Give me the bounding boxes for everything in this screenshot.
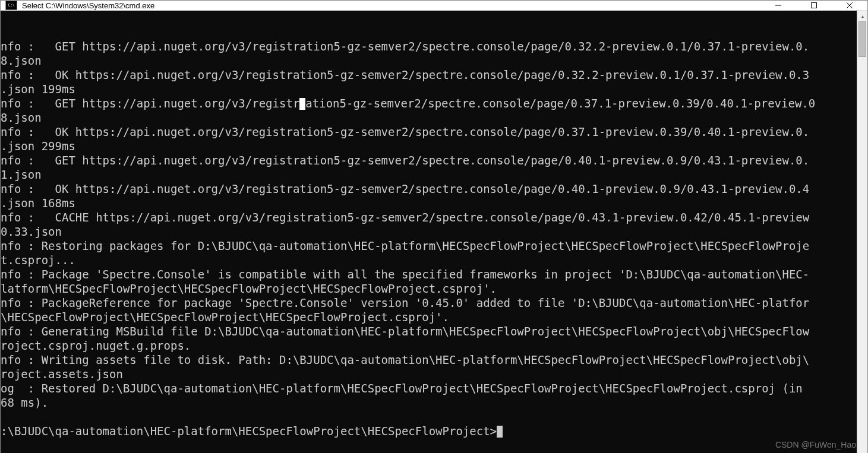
titlebar[interactable]: C:\ Select C:\Windows\System32\cmd.exe	[1, 1, 867, 11]
maximize-button[interactable]	[796, 1, 832, 10]
terminal-line: nfo : GET https://api.nuget.org/v3/regis…	[1, 96, 857, 110]
terminal-line: latform\HECSpecFlowProject\HECSpecFlowPr…	[1, 281, 857, 296]
scrollbar-track[interactable]	[857, 21, 867, 453]
terminal[interactable]: nfo : GET https://api.nuget.org/v3/regis…	[1, 11, 857, 453]
close-button[interactable]	[832, 1, 867, 10]
terminal-line: :\BJUDC\qa-automation\HEC-platform\HECSp…	[1, 424, 857, 438]
window-controls	[760, 1, 867, 10]
terminal-line: nfo : OK https://api.nuget.org/v3/regist…	[1, 68, 857, 82]
scrollbar-thumb[interactable]	[858, 21, 866, 57]
vertical-scrollbar[interactable]: ▴ ▾	[857, 11, 867, 453]
terminal-line: nfo : OK https://api.nuget.org/v3/regist…	[1, 125, 857, 139]
terminal-line: roject.csproj.nuget.g.props.	[1, 338, 857, 353]
terminal-line: nfo : Generating MSBuild file D:\BJUDC\q…	[1, 324, 857, 338]
terminal-line: 68 ms).	[1, 395, 857, 410]
window-title: Select C:\Windows\System32\cmd.exe	[22, 1, 760, 10]
terminal-content[interactable]: nfo : GET https://api.nuget.org/v3/regis…	[1, 39, 857, 438]
app-icon: C:\	[5, 1, 17, 10]
minimize-button[interactable]	[760, 1, 796, 10]
terminal-line: 1.json	[1, 167, 857, 182]
terminal-line: nfo : PackageReference for package 'Spec…	[1, 296, 857, 310]
prompt-cursor	[497, 426, 503, 438]
terminal-line: nfo : GET https://api.nuget.org/v3/regis…	[1, 153, 857, 167]
svg-rect-1	[812, 3, 817, 8]
terminal-area: nfo : GET https://api.nuget.org/v3/regis…	[1, 11, 867, 453]
terminal-line: nfo : GET https://api.nuget.org/v3/regis…	[1, 39, 857, 53]
terminal-line: nfo : Restoring packages for D:\BJUDC\qa…	[1, 239, 857, 253]
terminal-line: roject.assets.json	[1, 367, 857, 381]
selection-cursor	[299, 98, 305, 110]
terminal-line: nfo : Package 'Spectre.Console' is compa…	[1, 267, 857, 281]
terminal-line: 8.json	[1, 53, 857, 68]
terminal-line: .json 168ms	[1, 196, 857, 210]
terminal-line: .json 299ms	[1, 139, 857, 153]
terminal-line: \HECSpecFlowProject\HECSpecFlowProject\H…	[1, 310, 857, 324]
terminal-line: .json 199ms	[1, 82, 857, 96]
terminal-line: nfo : OK https://api.nuget.org/v3/regist…	[1, 182, 857, 196]
terminal-line: og : Restored D:\BJUDC\qa-automation\HEC…	[1, 381, 857, 395]
cmd-window: C:\ Select C:\Windows\System32\cmd.exe n…	[0, 0, 868, 453]
terminal-line: nfo : CACHE https://api.nuget.org/v3/reg…	[1, 210, 857, 224]
terminal-line	[1, 410, 857, 424]
terminal-line: t.csproj...	[1, 253, 857, 267]
terminal-line: nfo : Writing assets file to disk. Path:…	[1, 353, 857, 367]
terminal-line: 0.33.json	[1, 224, 857, 239]
scrollbar-up-arrow[interactable]: ▴	[857, 11, 867, 21]
terminal-line: 8.json	[1, 110, 857, 125]
